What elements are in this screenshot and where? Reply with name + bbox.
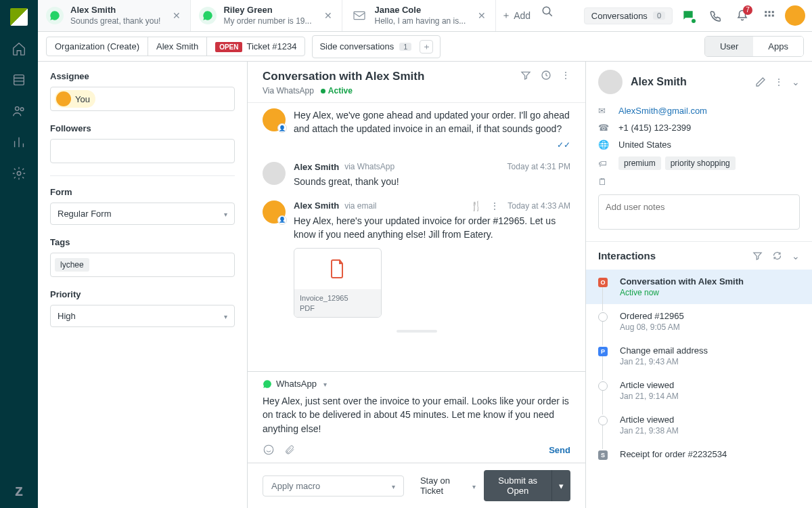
history-icon[interactable] bbox=[541, 70, 551, 81]
conversations-label: Conversations bbox=[591, 11, 648, 21]
avatar: 👤 bbox=[263, 200, 286, 224]
interaction-item[interactable]: P Change email addressJan 21, 9:43 AM bbox=[586, 339, 812, 373]
breadcrumb-org[interactable]: Organization (Create) bbox=[47, 37, 148, 56]
assignee-pill[interactable]: You bbox=[55, 90, 95, 108]
interaction-marker bbox=[598, 416, 608, 425]
breadcrumb-ticket[interactable]: OPENTicket #1234 bbox=[207, 37, 304, 56]
svg-rect-7 bbox=[769, 11, 771, 13]
interaction-title: Ordered #12965 bbox=[620, 311, 684, 321]
status-badge: OPEN bbox=[215, 42, 242, 52]
tags-field[interactable]: lychee bbox=[50, 253, 235, 277]
apps-tab[interactable]: Apps bbox=[753, 37, 803, 56]
priority-label: Priority bbox=[50, 289, 235, 299]
overflow-icon[interactable]: ⋮ bbox=[561, 70, 570, 81]
add-tab-button[interactable]: ＋ Add bbox=[496, 0, 536, 31]
interaction-item[interactable]: O Conversation with Alex SmithActive now bbox=[586, 270, 812, 304]
stay-on-ticket-select[interactable]: Stay on Ticket bbox=[420, 475, 476, 496]
notifications-icon[interactable]: 7 bbox=[731, 4, 754, 27]
customers-icon[interactable] bbox=[11, 103, 27, 119]
profile-avatar[interactable] bbox=[785, 5, 805, 26]
macro-label: Apply macro bbox=[271, 481, 320, 491]
tag-chip[interactable]: lychee bbox=[55, 258, 89, 272]
resize-handle[interactable] bbox=[397, 330, 437, 333]
filter-icon[interactable] bbox=[752, 251, 763, 261]
attachment-icon[interactable] bbox=[284, 444, 295, 456]
user-tag[interactable]: priority shopping bbox=[665, 156, 736, 170]
breadcrumb-user[interactable]: Alex Smith bbox=[148, 37, 207, 56]
chevron-down-icon[interactable]: ⌄ bbox=[792, 77, 800, 87]
followers-label: Followers bbox=[50, 123, 235, 133]
user-tab[interactable]: User bbox=[705, 37, 753, 56]
filter-icon[interactable] bbox=[520, 70, 531, 81]
side-conversations-count: 1 bbox=[399, 43, 411, 51]
interaction-item[interactable]: Article viewedJan 21, 9:38 AM bbox=[586, 408, 812, 442]
tab-subtitle: My order number is 19... bbox=[223, 16, 311, 26]
chat-icon[interactable] bbox=[677, 4, 700, 27]
message-via: via WhatsApp bbox=[344, 162, 394, 171]
ticket-id: Ticket #1234 bbox=[246, 41, 296, 51]
chevron-down-icon bbox=[221, 209, 227, 219]
submit-dropdown-button[interactable]: ▾ bbox=[551, 470, 570, 501]
apps-grid-icon[interactable] bbox=[758, 4, 781, 27]
home-icon[interactable] bbox=[11, 41, 27, 57]
user-email[interactable]: AlexSmith@gmail.com bbox=[618, 106, 707, 116]
refresh-icon[interactable] bbox=[772, 251, 782, 261]
add-side-conversation-icon[interactable]: ＋ bbox=[420, 40, 433, 54]
avatar bbox=[263, 162, 286, 185]
interaction-item[interactable]: S Receipt for order #2232534 bbox=[586, 442, 812, 467]
close-icon[interactable]: ✕ bbox=[478, 10, 487, 21]
user-notes-field[interactable] bbox=[598, 194, 800, 230]
context-panel-tabs: User Apps bbox=[704, 36, 804, 57]
svg-point-5 bbox=[543, 7, 550, 14]
interaction-item[interactable]: Article viewedJan 21, 9:14 AM bbox=[586, 373, 812, 408]
conversation-channel: Via WhatsApp bbox=[263, 86, 314, 96]
interaction-time: Aug 08, 9:05 AM bbox=[620, 322, 684, 332]
interaction-marker bbox=[598, 381, 608, 391]
assignee-field[interactable]: You bbox=[50, 87, 235, 111]
followers-field[interactable] bbox=[50, 139, 235, 163]
phone-icon[interactable] bbox=[704, 4, 727, 27]
interaction-marker: S bbox=[598, 450, 608, 460]
whatsapp-icon bbox=[199, 7, 217, 24]
avatar: 👤 bbox=[263, 108, 286, 131]
interaction-time: Jan 21, 9:43 AM bbox=[620, 357, 708, 366]
emoji-icon[interactable] bbox=[263, 444, 275, 456]
zendesk-logo[interactable] bbox=[10, 8, 28, 26]
overflow-icon[interactable]: ⋮ bbox=[490, 200, 499, 211]
close-icon[interactable]: ✕ bbox=[324, 10, 334, 21]
interaction-item[interactable]: Ordered #12965Aug 08, 9:05 AM bbox=[586, 304, 812, 339]
attachment[interactable]: Invoice_12965PDF bbox=[294, 248, 382, 318]
email-icon bbox=[351, 7, 368, 24]
interaction-title: Change email address bbox=[620, 345, 708, 356]
user-tag[interactable]: premium bbox=[618, 156, 661, 170]
send-button[interactable]: Send bbox=[549, 445, 570, 455]
admin-icon[interactable] bbox=[11, 165, 27, 182]
interaction-marker: P bbox=[598, 347, 608, 356]
search-icon[interactable] bbox=[536, 0, 559, 23]
avatar bbox=[56, 91, 71, 106]
chevron-down-icon bbox=[221, 311, 227, 321]
views-icon[interactable] bbox=[11, 72, 27, 88]
ticket-tab[interactable]: Alex Smith Sounds great, thank you! ✕ bbox=[38, 0, 191, 31]
ticket-tab[interactable]: Riley Green My order number is 19... ✕ bbox=[191, 0, 342, 31]
reporting-icon[interactable] bbox=[11, 134, 27, 150]
zendesk-z-icon[interactable]: z bbox=[15, 481, 23, 500]
chevron-down-icon[interactable]: ⌄ bbox=[792, 251, 800, 261]
apply-macro-select[interactable]: Apply macro bbox=[263, 475, 404, 496]
add-label: Add bbox=[514, 10, 531, 21]
tags-label: Tags bbox=[50, 237, 235, 247]
svg-point-2 bbox=[20, 108, 24, 111]
ticket-tab[interactable]: Janae Cole Hello, I am having an is... ✕ bbox=[342, 0, 497, 31]
composer-channel-select[interactable]: WhatsApp bbox=[248, 372, 585, 391]
svg-point-3 bbox=[17, 171, 21, 175]
edit-icon[interactable] bbox=[755, 77, 766, 87]
side-conversations-button[interactable]: Side conversations 1 ＋ bbox=[312, 35, 441, 58]
composer-textarea[interactable]: Hey Alex, just sent over the invoice to … bbox=[263, 394, 570, 436]
priority-select[interactable]: High bbox=[50, 305, 235, 327]
conversation-title: Conversation with Alex Smith bbox=[263, 70, 520, 83]
conversations-button[interactable]: Conversations 0 bbox=[584, 7, 673, 24]
overflow-icon[interactable]: ⋮ bbox=[774, 77, 784, 87]
close-icon[interactable]: ✕ bbox=[173, 10, 182, 21]
submit-button[interactable]: Submit as Open bbox=[484, 470, 551, 501]
form-select[interactable]: Regular Form bbox=[50, 203, 235, 225]
